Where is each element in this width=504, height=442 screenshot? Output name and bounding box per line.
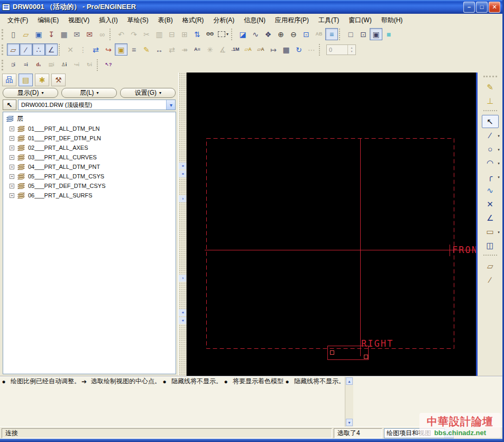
use-edge-tool[interactable]: ∠ (482, 211, 499, 224)
print-button[interactable]: ▦ (58, 28, 70, 40)
expand-plus-icon[interactable]: + (10, 193, 14, 198)
context-help-button[interactable]: ↖? (102, 59, 115, 71)
paste-button[interactable]: ⊟ (166, 28, 178, 40)
update-table-button[interactable]: ↻ (292, 43, 305, 56)
hidden-line-button[interactable]: ⊡ (357, 28, 370, 40)
dimension-info-button[interactable]: d₁ (32, 59, 45, 71)
show-menu-button[interactable]: 显示(D) (3, 88, 58, 98)
refit-button[interactable]: ⊡ (300, 28, 313, 40)
note-button[interactable]: A≡ (191, 43, 204, 56)
chevron-down-icon[interactable]: ▾ (166, 100, 175, 110)
axis-tool[interactable]: ∕ (482, 273, 499, 286)
layer-tree-item[interactable]: + 01___PRT_ALL_DTM_PLN (3, 124, 176, 133)
csys-toggle[interactable]: ∠ (45, 43, 58, 56)
text-style-button[interactable]: ▱A (242, 43, 254, 56)
ref-dimension-button[interactable]: ⇄ (166, 43, 178, 56)
undo-button[interactable]: ↶ (115, 28, 127, 40)
model-text-button[interactable]: ▱A (254, 43, 267, 56)
zoom-out-button[interactable]: ⊖ (287, 28, 300, 40)
save-button[interactable]: ▣ (32, 28, 45, 40)
mirror-tool[interactable]: ◫ (482, 239, 499, 252)
navigator-tab-layers[interactable]: ▤ (19, 74, 33, 86)
note-info-button[interactable]: ▤i (45, 59, 58, 71)
menu-table[interactable]: 表(B) (154, 15, 177, 26)
maximize-button[interactable]: □ (476, 2, 488, 13)
hyperlink-button[interactable]: ∞ (96, 28, 108, 40)
splitter-expand-chevron[interactable]: › (179, 275, 186, 282)
repaint-button[interactable]: ◪ (236, 28, 249, 40)
menu-analysis[interactable]: 分析(A) (209, 15, 239, 26)
splitter-collapse-chevron[interactable]: ‹‹ (179, 309, 186, 316)
model-info-button[interactable]: ▯i (7, 59, 20, 71)
expand-plus-icon[interactable]: + (10, 165, 14, 169)
table-button[interactable]: ▦ (280, 43, 292, 56)
orient-button[interactable]: ❖ (262, 28, 274, 40)
export-button[interactable]: ↧ (45, 28, 58, 40)
surface-finish-button[interactable]: ∡ (216, 43, 229, 56)
navigator-tab-favorites[interactable]: ✱ (35, 74, 49, 86)
cut-button[interactable]: ✂ (140, 28, 153, 40)
shaded-button[interactable]: ■ (382, 28, 395, 40)
navigator-tab-model-tree[interactable]: 品 (2, 74, 16, 86)
select-box-button[interactable] (216, 28, 230, 40)
delete-button[interactable]: ✕ (64, 43, 77, 56)
align-dimension-button[interactable]: ↠ (178, 43, 191, 56)
close-button[interactable]: ✕ (489, 2, 500, 13)
user-info-button[interactable]: ♙i (58, 59, 70, 71)
menu-window[interactable]: 窗口(W) (344, 15, 375, 26)
update-sheets-button[interactable]: ⇄ (89, 43, 102, 56)
feature-info-button[interactable]: ≡i (20, 59, 32, 71)
menu-insert[interactable]: 插入(I) (95, 15, 122, 26)
copy-button[interactable]: ▥ (153, 28, 166, 40)
spinner-arrows-icon[interactable]: ▴▾ (347, 45, 355, 55)
menu-tools[interactable]: 工具(T) (314, 15, 343, 26)
menu-view[interactable]: 视图(V) (64, 15, 94, 26)
no-hidden-button[interactable]: ▣ (370, 28, 382, 40)
parent-child-info-button[interactable]: ↪i (70, 59, 83, 71)
expand-plus-icon[interactable]: + (10, 136, 14, 141)
wireframe-button[interactable]: □ (344, 28, 357, 40)
point-tool[interactable]: ✕ (482, 197, 499, 211)
drawing-canvas[interactable]: FRONT RIGHT (187, 73, 478, 376)
settings-menu-button[interactable]: 设置(G) (120, 88, 176, 98)
layer-tree-root[interactable]: 层 (3, 114, 176, 124)
select-arrow-button[interactable]: ↖ (3, 100, 16, 110)
zoom-in-button[interactable]: ⊕ (274, 28, 287, 40)
select-tool[interactable]: ↖ (482, 115, 499, 128)
layer-menu-button[interactable]: 层(L) (61, 88, 117, 98)
spline-tool[interactable]: ∿ (482, 184, 499, 197)
regenerate-button[interactable]: ⇅ (191, 28, 204, 40)
layer-tree-item[interactable]: + 03___PRT_ALL_CURVES (3, 152, 176, 162)
lock-view-button[interactable]: ▣ (115, 43, 127, 56)
find-button[interactable]: ʘʘ (204, 28, 216, 40)
email-button[interactable]: ✉ (70, 28, 83, 40)
layer-tree-item[interactable]: + 01___PRT_DEF_DTM_PLN (3, 133, 176, 143)
message-scrollbar[interactable]: ▲ ▼ (345, 377, 353, 427)
symbol-button[interactable]: ✳ (204, 43, 216, 56)
menu-edit[interactable]: 编辑(E) (33, 15, 63, 26)
menu-applications[interactable]: 应用程序(P) (271, 15, 313, 26)
datum-points-toggle[interactable]: ∴ (32, 43, 45, 56)
splitter-collapse-chevron[interactable]: ‹‹ (179, 317, 186, 324)
reference-info-button[interactable]: ↻i (83, 59, 96, 71)
layer-tree-item[interactable]: + 05___PRT_ALL_DTM_CSYS (3, 172, 176, 181)
table-options-button[interactable]: ⋯ (305, 43, 318, 56)
minimize-button[interactable]: – (463, 2, 475, 13)
datum-axes-toggle[interactable]: ∕ (20, 43, 32, 56)
group-button[interactable]: ⋮ (77, 43, 89, 56)
splitter-collapse-chevron[interactable]: ‹‹ (179, 163, 186, 169)
splitter-expand-chevron[interactable]: › (179, 195, 186, 202)
scroll-up-icon[interactable]: ▲ (346, 377, 353, 385)
rectangle-tool[interactable]: ▭ (482, 225, 499, 238)
move-datum-button[interactable]: ↦ (267, 43, 280, 56)
paste-special-button[interactable]: ⊞ (178, 28, 191, 40)
expand-plus-icon[interactable]: + (10, 174, 14, 179)
menu-info[interactable]: 信息(N) (240, 15, 270, 26)
insert-sheet-button[interactable]: ↪ (102, 43, 115, 56)
expand-plus-icon[interactable]: + (10, 146, 14, 150)
selection-handle[interactable] (364, 355, 368, 359)
navigator-tab-utilities[interactable]: ⚒ (51, 74, 66, 86)
circle-tool[interactable]: ○ (482, 142, 499, 156)
menu-file[interactable]: 文件(F) (3, 15, 32, 26)
dimension-button[interactable]: ↔ (153, 43, 166, 56)
